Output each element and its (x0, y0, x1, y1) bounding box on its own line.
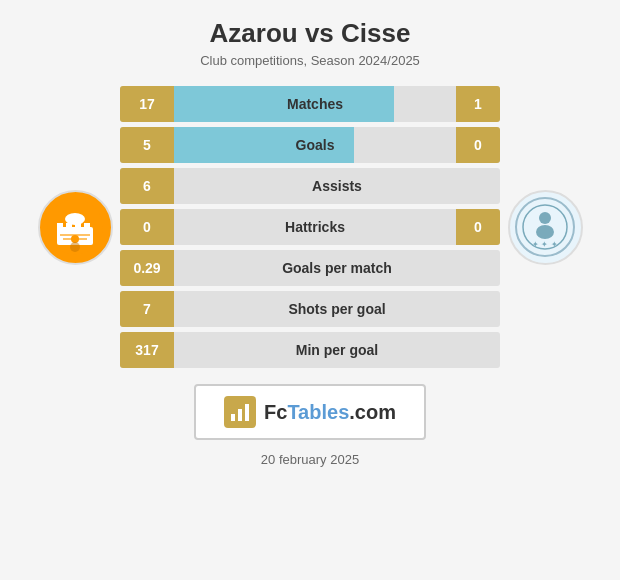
stat-left-val-goals: 5 (120, 127, 174, 163)
main-content: 17Matches15Goals06Assists0Hattricks00.29… (10, 86, 610, 368)
logo-left (30, 190, 120, 265)
right-club-logo-svg: ✦ ✦ ✦ (514, 196, 576, 258)
stat-left-val-hattricks: 0 (120, 209, 174, 245)
stat-label-min-per-goal: Min per goal (174, 342, 500, 358)
stat-label-matches: Matches (174, 96, 456, 112)
stat-label-assists: Assists (174, 178, 500, 194)
left-club-logo (38, 190, 113, 265)
stat-left-val-matches: 17 (120, 86, 174, 122)
stat-right-val-matches: 1 (456, 86, 500, 122)
svg-rect-5 (84, 223, 90, 231)
svg-rect-16 (231, 414, 235, 421)
chart-icon (228, 400, 252, 424)
svg-point-13 (539, 212, 551, 224)
fctables-icon (224, 396, 256, 428)
subtitle: Club competitions, Season 2024/2025 (200, 53, 420, 68)
stats-container: 17Matches15Goals06Assists0Hattricks00.29… (120, 86, 500, 368)
page-title: Azarou vs Cisse (210, 18, 411, 49)
stat-left-val-assists: 6 (120, 168, 174, 204)
stat-label-goals: Goals (174, 137, 456, 153)
svg-rect-10 (63, 238, 87, 240)
stat-right-val-hattricks: 0 (456, 209, 500, 245)
svg-text:✦ ✦ ✦: ✦ ✦ ✦ (532, 240, 557, 249)
stat-right-val-goals: 0 (456, 127, 500, 163)
svg-rect-9 (60, 234, 90, 236)
stat-row-goals-per-match: 0.29Goals per match (120, 250, 500, 286)
svg-rect-2 (57, 223, 63, 231)
stat-label-hattricks: Hattricks (174, 219, 456, 235)
stat-left-val-min-per-goal: 317 (120, 332, 174, 368)
stat-row-assists: 6Assists (120, 168, 500, 204)
svg-point-14 (536, 225, 554, 239)
fctables-banner: FcTables.com (194, 384, 426, 440)
stat-row-goals: 5Goals0 (120, 127, 500, 163)
stat-label-goals-per-match: Goals per match (174, 260, 500, 276)
logo-right: ✦ ✦ ✦ (500, 190, 590, 265)
svg-rect-17 (238, 409, 242, 421)
stat-label-shots-per-goal: Shots per goal (174, 301, 500, 317)
svg-rect-18 (245, 404, 249, 421)
stat-row-min-per-goal: 317Min per goal (120, 332, 500, 368)
svg-point-6 (65, 213, 85, 225)
svg-point-8 (70, 242, 80, 252)
date-label: 20 february 2025 (261, 452, 359, 467)
stat-left-val-goals-per-match: 0.29 (120, 250, 174, 286)
fctables-text: FcTables.com (264, 401, 396, 424)
left-club-logo-svg (45, 197, 105, 257)
stat-left-val-shots-per-goal: 7 (120, 291, 174, 327)
stat-row-hattricks: 0Hattricks0 (120, 209, 500, 245)
stat-row-shots-per-goal: 7Shots per goal (120, 291, 500, 327)
stat-row-matches: 17Matches1 (120, 86, 500, 122)
right-club-logo: ✦ ✦ ✦ (508, 190, 583, 265)
